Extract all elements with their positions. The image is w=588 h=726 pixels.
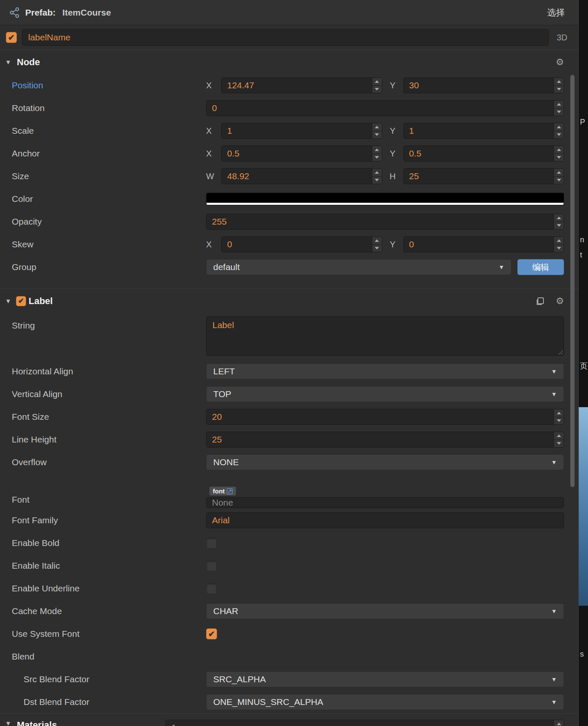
font-size-stepper[interactable] xyxy=(554,409,564,424)
skew-y-input[interactable] xyxy=(404,237,554,252)
dst-blend-dropdown[interactable]: ONE_MINUS_SRC_ALPHA ▼ xyxy=(206,694,564,710)
node-active-checkbox[interactable]: ✔ xyxy=(6,32,17,43)
collapse-triangle-icon[interactable]: ▼ xyxy=(5,297,14,305)
string-textarea[interactable]: Label xyxy=(206,316,564,356)
prefab-label: Prefab: xyxy=(25,8,56,18)
background-window-sliver: P n t 页 s xyxy=(579,0,588,726)
anchor-y-stepper[interactable] xyxy=(554,146,564,161)
skew-row: Skew X Y xyxy=(0,233,578,256)
font-size-label: Font Size xyxy=(12,412,206,422)
node-section-title: Node xyxy=(17,57,40,68)
use-system-font-label: Use System Font xyxy=(12,629,206,639)
position-y-stepper[interactable] xyxy=(554,78,564,93)
materials-section-header[interactable]: ▼ Materials xyxy=(0,713,578,726)
size-h-field xyxy=(403,168,564,184)
size-h-stepper[interactable] xyxy=(554,169,564,184)
thumbnail-sliver xyxy=(579,407,588,606)
scale-x-stepper[interactable] xyxy=(372,123,382,138)
overflow-dropdown[interactable]: NONE ▼ xyxy=(206,454,564,470)
text-fragment: n xyxy=(580,236,584,244)
position-y-input[interactable] xyxy=(404,78,554,93)
skew-x-input[interactable] xyxy=(222,237,372,252)
group-dropdown[interactable]: default ▼ xyxy=(206,259,511,275)
opacity-row: Opacity xyxy=(0,210,578,233)
vertical-align-dropdown[interactable]: TOP ▼ xyxy=(206,386,564,402)
y-axis-label: Y xyxy=(388,240,397,249)
font-asset-input[interactable] xyxy=(207,498,564,508)
cache-mode-label: Cache Mode xyxy=(12,606,206,616)
font-size-input[interactable] xyxy=(207,409,554,424)
font-asset-field xyxy=(206,497,564,508)
horizontal-align-dropdown[interactable]: LEFT ▼ xyxy=(206,363,564,379)
enable-underline-row: Enable Underline xyxy=(0,577,578,600)
gear-icon[interactable]: ⚙ xyxy=(556,57,564,68)
collapse-triangle-icon[interactable]: ▼ xyxy=(5,58,14,66)
scale-y-stepper[interactable] xyxy=(554,123,564,138)
scale-x-input[interactable] xyxy=(222,123,372,138)
use-system-font-checkbox[interactable]: ✔ xyxy=(206,628,217,639)
line-height-stepper[interactable] xyxy=(554,432,564,447)
skew-y-field xyxy=(403,236,564,252)
size-h-input[interactable] xyxy=(404,169,554,184)
rotation-row: Rotation xyxy=(0,97,578,119)
x-axis-label: X xyxy=(206,81,215,90)
scrollbar-track[interactable] xyxy=(569,25,575,726)
skew-y-stepper[interactable] xyxy=(554,237,564,252)
font-family-input[interactable] xyxy=(207,513,564,528)
position-x-input[interactable] xyxy=(222,78,372,93)
string-row: String Label xyxy=(0,313,578,360)
position-row: Position X Y xyxy=(0,74,578,97)
anchor-x-stepper[interactable] xyxy=(372,146,382,161)
y-axis-label: Y xyxy=(388,126,397,136)
enable-bold-row: Enable Bold xyxy=(0,532,578,554)
skew-x-stepper[interactable] xyxy=(372,237,382,252)
text-fragment: P xyxy=(580,118,585,127)
node-section-header[interactable]: ▼ Node ⚙ xyxy=(0,50,578,74)
collapse-triangle-icon[interactable]: ▼ xyxy=(5,720,14,726)
size-w-input[interactable] xyxy=(222,169,372,184)
gear-icon[interactable]: ⚙ xyxy=(556,296,564,307)
line-height-row: Line Height xyxy=(0,428,578,451)
horizontal-align-label: Horizontal Align xyxy=(12,366,206,376)
rotation-stepper[interactable] xyxy=(554,101,564,116)
dst-blend-label: Dst Blend Factor xyxy=(12,697,206,707)
src-blend-dropdown[interactable]: SRC_ALPHA ▼ xyxy=(206,671,564,687)
text-fragment: t xyxy=(580,251,582,260)
color-label: Color xyxy=(12,194,206,204)
enable-italic-checkbox[interactable] xyxy=(206,560,217,571)
external-link-icon[interactable]: ↗ xyxy=(227,488,233,494)
enable-underline-checkbox[interactable] xyxy=(206,583,217,594)
anchor-row: Anchor X Y xyxy=(0,142,578,165)
anchor-x-input[interactable] xyxy=(222,146,372,161)
opacity-field xyxy=(206,214,564,230)
enable-italic-row: Enable Italic xyxy=(0,554,578,577)
line-height-input[interactable] xyxy=(207,432,554,447)
node-name-input[interactable] xyxy=(22,29,549,46)
cache-mode-dropdown[interactable]: CHAR ▼ xyxy=(206,603,564,619)
label-enabled-checkbox[interactable]: ✔ xyxy=(16,296,26,306)
color-alpha-bar xyxy=(207,203,564,205)
label-section-header[interactable]: ▼ ✔ Label ⚙ xyxy=(0,289,578,313)
enable-bold-label: Enable Bold xyxy=(12,538,206,548)
enable-bold-checkbox[interactable] xyxy=(206,538,217,548)
rotation-input[interactable] xyxy=(207,101,554,116)
color-swatch[interactable] xyxy=(206,193,564,205)
anchor-y-input[interactable] xyxy=(404,146,554,161)
font-label: Font xyxy=(12,491,206,508)
group-edit-button[interactable]: 编辑 xyxy=(517,259,564,275)
copy-component-icon[interactable] xyxy=(535,297,545,306)
check-icon: ✔ xyxy=(208,629,215,639)
chevron-down-icon: ▼ xyxy=(551,608,557,615)
select-button[interactable]: 选择 xyxy=(547,7,565,19)
scale-x-field xyxy=(221,123,382,139)
scrollbar-thumb[interactable] xyxy=(570,75,575,487)
size-w-stepper[interactable] xyxy=(372,169,382,184)
opacity-stepper[interactable] xyxy=(554,214,564,229)
position-label: Position xyxy=(12,80,206,90)
materials-size-stepper[interactable] xyxy=(554,720,564,726)
chevron-down-icon: ▼ xyxy=(498,264,504,270)
materials-size-input[interactable] xyxy=(166,720,554,726)
position-x-stepper[interactable] xyxy=(372,78,382,93)
scale-y-input[interactable] xyxy=(404,123,554,138)
opacity-input[interactable] xyxy=(207,214,554,229)
